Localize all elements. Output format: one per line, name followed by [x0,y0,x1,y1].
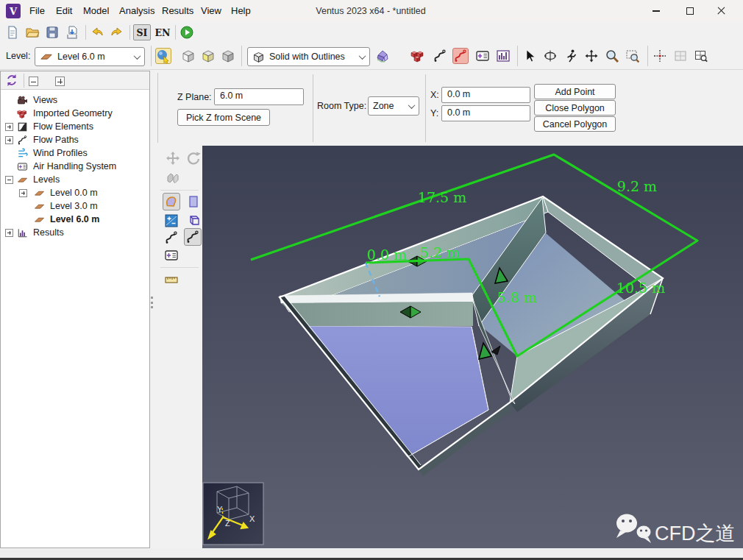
toggle-flow-elements[interactable] [410,48,426,64]
air-handler-tool[interactable] [163,247,179,263]
expand-all-button[interactable] [55,77,65,86]
en-units-button[interactable]: EN [154,24,171,40]
cancel-polygon-button[interactable]: Cancel Polygon [534,116,616,132]
menu-analysis[interactable]: Analysis [119,5,154,16]
menu-edit[interactable]: Edit [56,5,72,16]
walkthrough-tool[interactable] [563,48,579,64]
menu-model[interactable]: Model [83,5,109,16]
tree-item-air-handling-system[interactable]: Air Handling System [1,160,148,173]
tree-item-level-3[interactable]: Level 3.0 m [1,199,148,213]
tree-item-flow-elements[interactable]: Flow Elements [1,120,148,133]
dim-label-5-8: 5.8 m [497,289,537,305]
dim-label-5-2: 5.2 m [420,244,460,260]
tree-item-views[interactable]: Views [1,93,148,107]
ahs-badge-icon [475,49,490,63]
toggle-imported-geometry[interactable] [374,48,391,64]
select-tool[interactable] [522,48,538,64]
wall-tool[interactable] [185,213,202,229]
shapes-tool-disabled[interactable] [165,170,181,186]
pan-tool[interactable] [583,48,600,64]
dim-label-9-2: 9.2 m [617,178,657,194]
undo-icon [90,25,104,40]
close-button[interactable] [708,0,734,22]
level-combo[interactable]: Level 6.0 m [35,47,145,66]
view-wireframe-button[interactable] [220,48,236,64]
flow-path-draw-tool[interactable] [184,228,202,246]
tile-zoom-button[interactable] [693,48,709,64]
expander-icon[interactable] [5,176,13,184]
import-icon [65,25,79,40]
menu-view[interactable]: View [201,5,221,16]
display-mode-combo[interactable]: Solid with Outlines [247,47,370,66]
zone-polygon-icon [164,194,179,209]
zoom-tool[interactable] [604,48,620,64]
flow-element-tool[interactable] [163,213,179,229]
ahs-badge-icon [164,248,179,263]
rotate-tool-disabled[interactable] [185,150,202,166]
dim-label-10-5: 10.5 m [616,280,665,296]
tree-item-flow-paths[interactable]: Flow Paths [1,133,148,146]
undo-button[interactable] [89,24,105,40]
x-coord-input[interactable]: 0.0 m [441,87,530,103]
menu-results[interactable]: Results [162,5,193,16]
level-toolbar: Level: Level 6.0 m Solid with Outlines [0,43,743,69]
tree-item-level-0[interactable]: Level 0.0 m [1,186,148,199]
axis-x-label: X [249,514,255,523]
tree-item-imported-geometry[interactable]: Imported Geometry [1,107,148,120]
tree-item-results[interactable]: Results [1,226,148,239]
orbit-tool[interactable] [542,48,558,64]
si-units-button[interactable]: SI [133,24,151,40]
measure-tool[interactable] [163,272,179,288]
tree-item-levels[interactable]: Levels [1,173,148,186]
collapse-all-button[interactable] [29,77,38,86]
open-file-button[interactable] [24,24,40,40]
room-type-combo[interactable]: Zone [368,96,419,116]
minimize-button[interactable] [643,0,669,22]
camera-icon [16,95,29,106]
tree-item-wind-profiles[interactable]: Wind Profiles [1,146,148,160]
tree-sync-button[interactable] [4,72,20,88]
view-solid-button[interactable] [180,48,196,64]
flow-elements-icon [16,121,29,132]
run-simulation-button[interactable] [179,24,195,40]
expander-icon[interactable] [5,229,13,237]
tree-item-level-6[interactable]: Level 6.0 m [1,213,148,226]
toggle-flow-paths[interactable] [432,48,448,64]
redo-button[interactable] [109,24,125,40]
toggle-flow-paths-highlight[interactable] [452,48,469,64]
expander-icon[interactable] [5,123,13,131]
redo-icon [110,25,124,40]
tile-windows-button[interactable] [672,48,689,64]
save-button[interactable] [44,24,60,40]
view-transparent-button[interactable] [200,48,216,64]
orbit-icon [543,49,558,63]
z-plane-input[interactable]: 6.0 m [214,88,304,105]
center-model-button[interactable] [652,48,668,64]
y-coord-input[interactable]: 0.0 m [441,105,530,121]
status-bar [0,548,743,558]
zoom-window-tool[interactable] [625,48,641,64]
import-button[interactable] [64,24,80,40]
toggle-air-handling[interactable] [474,48,491,64]
close-polygon-button[interactable]: Close Polygon [534,100,616,116]
panel-splitter[interactable] [151,297,154,308]
blue-window-icon [164,213,179,228]
flow-path-tool[interactable] [163,230,179,246]
menu-help[interactable]: Help [231,5,251,16]
maximize-button[interactable] [677,0,703,22]
move-tool-disabled[interactable] [165,150,181,166]
draw-zone-tool[interactable] [163,193,180,210]
s-path-icon [164,230,179,245]
draw-room-tool[interactable] [185,194,202,210]
sphere-arrow-icon [156,49,171,63]
toggle-results[interactable] [495,48,511,64]
y-coord-label: Y: [430,108,438,118]
add-point-button[interactable]: Add Point [534,84,616,99]
new-file-button[interactable] [4,24,21,40]
pick-level-tool[interactable] [155,48,171,64]
pick-z-button[interactable]: Pick Z from Scene [177,109,270,126]
menu-file[interactable]: File [29,5,45,16]
expander-icon[interactable] [19,189,27,197]
expander-icon[interactable] [5,136,13,144]
viewport-3d[interactable]: 17.5 m 9.2 m 10.5 m 5.8 m 5.2 m 0.0 m Y … [202,146,743,548]
